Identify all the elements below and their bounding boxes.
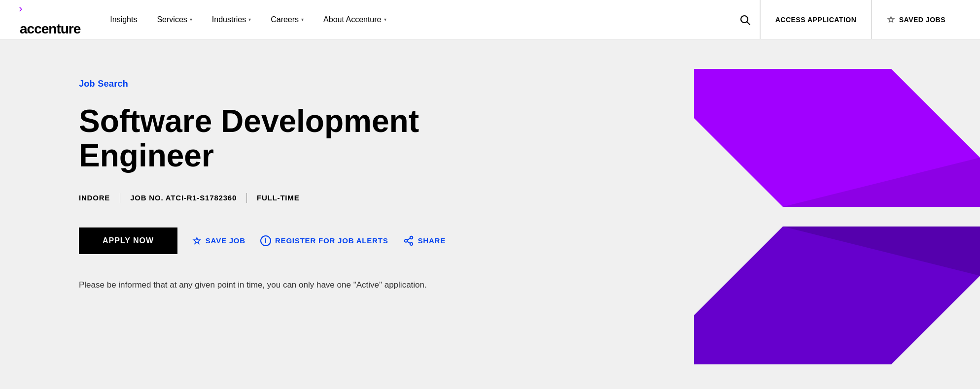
nav-item-about[interactable]: About Accenture ▾ — [323, 15, 386, 24]
nav-right: ACCESS APPLICATION ☆ SAVED JOBS — [731, 0, 960, 39]
chevron-down-icon: ▾ — [384, 17, 386, 22]
share-icon — [403, 235, 414, 246]
share-button[interactable]: SHARE — [403, 235, 446, 246]
search-button[interactable] — [731, 0, 760, 39]
svg-line-1 — [747, 22, 750, 25]
info-text: Please be informed that at any given poi… — [79, 279, 503, 292]
nav-item-services[interactable]: Services ▾ — [157, 15, 192, 24]
info-icon: i — [260, 235, 271, 246]
nav-item-careers[interactable]: Careers ▾ — [271, 15, 304, 24]
search-icon — [739, 14, 751, 26]
chevron-down-icon: ▾ — [190, 17, 192, 22]
job-location: INDORE — [79, 194, 110, 202]
save-job-button[interactable]: ☆ SAVE JOB — [192, 235, 245, 247]
star-icon: ☆ — [887, 14, 895, 25]
register-job-alerts-button[interactable]: i REGISTER FOR JOB ALERTS — [260, 235, 388, 246]
navbar: › accenture Insights Services ▾ Industri… — [0, 0, 980, 39]
chevron-down-icon: ▾ — [248, 17, 251, 22]
svg-line-10 — [407, 238, 410, 240]
logo-arrow-icon: › — [19, 2, 80, 15]
job-title: Software Development Engineer — [79, 104, 463, 173]
meta-divider — [120, 193, 120, 203]
nav-item-insights[interactable]: Insights — [110, 15, 137, 24]
access-application-button[interactable]: ACCESS APPLICATION — [761, 0, 872, 39]
star-icon: ☆ — [192, 235, 202, 247]
nav-links: Insights Services ▾ Industries ▾ Careers… — [110, 15, 730, 24]
chevron-down-icon: ▾ — [301, 17, 304, 22]
logo-text: accenture — [20, 21, 80, 36]
svg-line-9 — [407, 241, 410, 243]
job-type: FULL-TIME — [257, 194, 299, 202]
apply-now-button[interactable]: APPLY NOW — [79, 227, 177, 254]
hero-section: Job Search Software Development Engineer… — [0, 39, 980, 389]
job-number: JOB NO. ATCI-R1-S1782360 — [130, 194, 237, 202]
saved-jobs-button[interactable]: ☆ SAVED JOBS — [872, 0, 960, 39]
meta-divider — [246, 193, 247, 203]
logo[interactable]: › accenture — [20, 2, 80, 37]
nav-item-industries[interactable]: Industries ▾ — [212, 15, 251, 24]
purple-chevron-graphic — [635, 39, 980, 389]
